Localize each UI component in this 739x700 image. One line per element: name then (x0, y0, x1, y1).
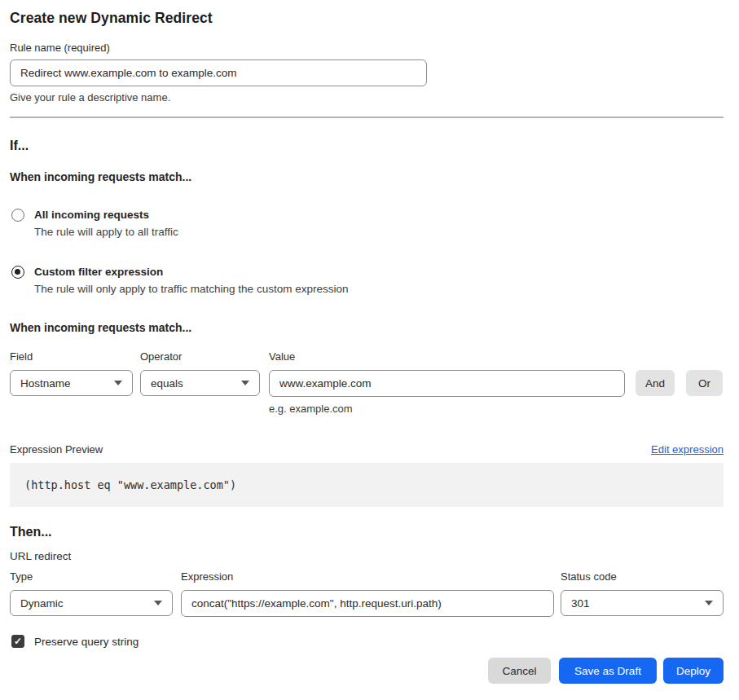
expression-preview-header: Expression Preview Edit expression (10, 443, 724, 456)
value-column: Value e.g. example.com (269, 350, 625, 415)
field-label: Field (10, 350, 133, 363)
field-select-value: Hostname (20, 377, 71, 390)
radio-button-icon[interactable] (11, 266, 24, 279)
type-column: Type Dynamic (10, 570, 173, 616)
rule-name-label: Rule name (required) (10, 42, 724, 54)
rule-name-help: Give your rule a descriptive name. (10, 91, 724, 103)
chevron-down-icon (705, 601, 713, 605)
status-code-column: Status code 301 (561, 570, 724, 616)
operator-column: Operator equals (140, 350, 260, 396)
footer-actions: Cancel Save as Draft Deploy (10, 658, 724, 684)
section-divider (10, 117, 724, 118)
radio-option-label: All incoming requests (34, 209, 149, 221)
condition-heading: When incoming requests match... (10, 321, 724, 334)
then-heading: Then... (10, 525, 724, 539)
deploy-button[interactable]: Deploy (663, 658, 724, 684)
radio-option-custom-filter[interactable]: Custom filter expression The rule will o… (10, 264, 724, 295)
chevron-down-icon (241, 381, 249, 385)
radio-button-icon[interactable] (11, 209, 24, 222)
if-heading: If... (10, 139, 724, 153)
status-code-label: Status code (561, 570, 724, 583)
chevron-down-icon (114, 381, 122, 385)
page-title: Create new Dynamic Redirect (10, 10, 724, 27)
status-code-select-value: 301 (571, 597, 590, 610)
type-select-value: Dynamic (20, 597, 64, 610)
expression-column: Expression (181, 570, 554, 617)
operator-select[interactable]: equals (140, 370, 260, 396)
and-or-buttons: And Or (625, 370, 723, 396)
chevron-down-icon (154, 601, 162, 605)
match-radio-group: All incoming requests The rule will appl… (10, 207, 724, 295)
expression-preview-code: (http.host eq "www.example.com") (10, 463, 724, 507)
url-redirect-label: URL redirect (10, 550, 724, 562)
radio-option-label: Custom filter expression (34, 266, 163, 278)
redirect-expression-input[interactable] (181, 590, 554, 617)
or-button[interactable]: Or (686, 370, 723, 396)
condition-builder-row: Field Hostname Operator equals Value e.g… (10, 350, 724, 415)
expression-code-text: (http.host eq "www.example.com") (24, 478, 236, 491)
operator-label: Operator (140, 350, 260, 363)
rule-name-input[interactable] (10, 59, 427, 86)
match-heading: When incoming requests match... (10, 170, 724, 183)
value-input[interactable] (269, 370, 625, 397)
radio-option-description: The rule will only apply to traffic matc… (34, 283, 348, 295)
type-label: Type (10, 570, 173, 583)
and-button[interactable]: And (636, 370, 675, 396)
radio-option-texts: Custom filter expression The rule will o… (34, 264, 348, 295)
preserve-query-row[interactable]: ✓ Preserve query string (10, 635, 724, 648)
save-as-draft-button[interactable]: Save as Draft (559, 658, 657, 684)
status-code-select[interactable]: 301 (561, 590, 724, 616)
radio-option-texts: All incoming requests The rule will appl… (34, 207, 178, 238)
cancel-button[interactable]: Cancel (488, 658, 551, 684)
edit-expression-link[interactable]: Edit expression (651, 443, 724, 456)
operator-select-value: equals (151, 377, 183, 390)
field-column: Field Hostname (10, 350, 133, 396)
redirect-settings-row: Type Dynamic Expression Status code 301 (10, 570, 724, 617)
preserve-query-checkbox[interactable]: ✓ (11, 635, 24, 648)
value-label: Value (269, 350, 625, 363)
type-select[interactable]: Dynamic (10, 590, 173, 616)
check-icon: ✓ (14, 636, 22, 646)
radio-option-all-requests[interactable]: All incoming requests The rule will appl… (10, 207, 724, 238)
preserve-query-label: Preserve query string (34, 636, 139, 648)
create-dynamic-redirect-page: Create new Dynamic Redirect Rule name (r… (0, 0, 739, 700)
redirect-expression-label: Expression (181, 570, 554, 583)
field-select[interactable]: Hostname (10, 370, 133, 396)
radio-option-description: The rule will apply to all traffic (34, 226, 178, 238)
value-help: e.g. example.com (269, 403, 625, 415)
expression-preview-label: Expression Preview (10, 443, 103, 456)
